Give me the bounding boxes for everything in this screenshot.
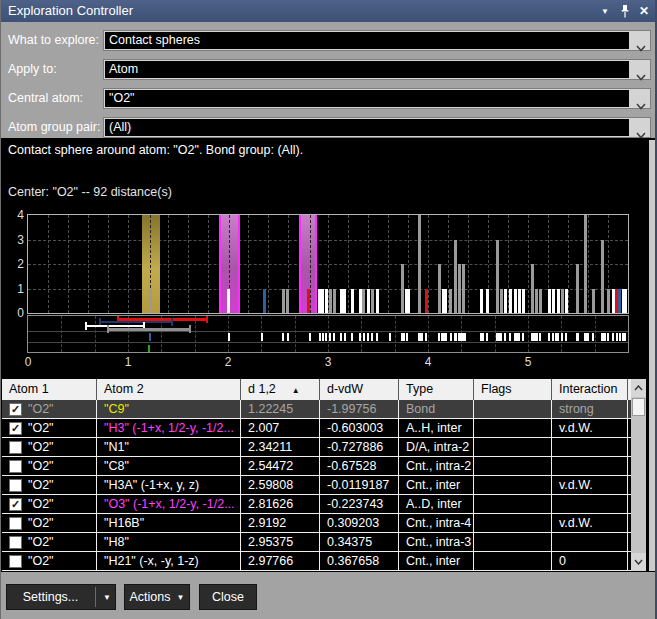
checkbox-unchecked[interactable] [9, 460, 22, 473]
settings-button-divider [95, 587, 96, 607]
histogram-bar [557, 289, 560, 314]
checkbox-unchecked[interactable] [9, 479, 22, 492]
settings-button[interactable]: Settings... ▼ [6, 584, 116, 610]
chevron-down-icon[interactable] [636, 38, 646, 56]
cell-type: Cnt., intra-2 [399, 457, 474, 475]
vgridline [568, 215, 569, 313]
titlebar-menu-chevron-down-icon[interactable]: ▼ [597, 0, 613, 22]
settings-dropdown-chevron-down-icon[interactable]: ▼ [99, 585, 115, 609]
combo-value: "O2" [105, 90, 629, 107]
vgridline [48, 215, 49, 313]
cell-type: Cnt., inter [399, 552, 474, 570]
cell-d12: 2.59808 [241, 476, 320, 494]
column-header-interaction[interactable]: Interaction [552, 379, 628, 400]
checkbox-unchecked[interactable] [9, 536, 22, 549]
bond-rug-tick [149, 333, 151, 341]
cell-atom2: "H3" (-1+x, 1/2-y, -1/2... [97, 419, 241, 437]
distance-rug-tick [287, 333, 289, 341]
distance-rug-tick [351, 333, 353, 341]
distance-range-strip[interactable] [27, 315, 629, 353]
titlebar[interactable]: Exploration Controller ▼ ✕ [0, 0, 657, 22]
chevron-down-icon[interactable] [636, 96, 646, 114]
table-row[interactable]: ✓"O2""H3" (-1+x, 1/2-y, -1/2...2.007-0.6… [2, 419, 631, 438]
column-header-d-1-2[interactable]: d 1,2▲ [241, 379, 320, 400]
actions-button[interactable]: Actions ▼ [124, 584, 190, 610]
titlebar-pin-icon[interactable] [617, 0, 633, 22]
checkbox-unchecked[interactable] [9, 555, 22, 568]
form-label-1: Apply to: [8, 59, 57, 80]
cell-interaction [552, 457, 628, 475]
distance-rug-tick [482, 333, 484, 341]
vgridline [208, 215, 209, 313]
window-left-edge [0, 0, 1, 619]
column-header-flags[interactable]: Flags [474, 379, 552, 400]
table-scrollbar-thumb[interactable] [632, 398, 645, 416]
checkbox-checked[interactable]: ✓ [9, 403, 22, 416]
combo-atom-group-pair-[interactable]: (All) [103, 117, 651, 138]
column-header-type[interactable]: Type [399, 379, 474, 400]
histogram-bar [509, 289, 512, 314]
column-header-atom-1[interactable]: Atom 1 [2, 379, 97, 400]
histogram-bar [333, 289, 336, 314]
table-row[interactable]: ✓"O2""C9"1.22245-1.99756Bondstrong [2, 400, 631, 419]
cell-interaction: 0 [552, 552, 628, 570]
form-label-3: Atom group pair: [8, 117, 100, 138]
settings-button-label[interactable]: Settings... [7, 585, 94, 609]
table-row[interactable]: ✓"O2""O3" (-1+x, 1/2-y, -1/2...2.81626-0… [2, 495, 631, 514]
checkbox-checked[interactable]: ✓ [9, 498, 22, 511]
column-header-d-vdw[interactable]: d-vdW [320, 379, 399, 400]
distance-rug-tick [552, 333, 554, 341]
close-button[interactable]: Close [199, 584, 257, 610]
checkbox-checked[interactable]: ✓ [9, 422, 22, 435]
column-header-atom-2[interactable]: Atom 2 [97, 379, 241, 400]
histogram-bar [405, 289, 410, 314]
histogram-bar [462, 264, 465, 313]
combo-central-atom-[interactable]: "O2" [103, 88, 651, 109]
contacts-table-header: Atom 1Atom 2d 1,2▲d-vdWTypeFlagsInteract… [2, 379, 631, 400]
histogram-bar [539, 289, 542, 314]
cell-interaction: v.d.W. [552, 419, 628, 437]
cell-atom2: "C8" [97, 457, 241, 475]
table-row[interactable]: "O2""H3A" (-1+x, y, z)2.59808-0.0119187C… [2, 476, 631, 495]
histogram-bar [486, 289, 489, 314]
cell-atom2: "H8" [97, 533, 241, 551]
scroll-down-icon[interactable] [631, 553, 646, 571]
table-row[interactable]: "O2""H21" (-x, -y, 1-z)2.977660.367658Cn… [2, 552, 631, 571]
distance-rug-tick [333, 333, 335, 341]
cell-d-vdw: -0.67528 [320, 457, 399, 475]
form-label-0: What to explore: [8, 30, 99, 51]
cell-d-vdw: -0.0119187 [320, 476, 399, 494]
distance-rug-tick [282, 333, 284, 341]
table-scrollbar[interactable] [631, 379, 646, 571]
combo-apply-to-[interactable]: Atom [103, 59, 651, 80]
actions-button-label: Actions [130, 590, 171, 604]
cell-atom2: "H21" (-x, -y, 1-z) [97, 552, 241, 570]
cell-d12: 2.81626 [241, 495, 320, 513]
table-row[interactable]: "O2""H8"2.953750.34375Cnt., intra-3 [2, 533, 631, 552]
sort-ascending-icon: ▲ [292, 386, 300, 395]
distance-rug-tick [522, 333, 524, 341]
combo-what-to-explore-[interactable]: Contact spheres [103, 30, 651, 51]
cell-atom2: "H16B" [97, 514, 241, 532]
cell-type: Cnt., inter [399, 476, 474, 494]
table-row[interactable]: "O2""C8"2.54472-0.67528Cnt., intra-2 [2, 457, 631, 476]
vgridline [468, 215, 469, 313]
contacts-table: Atom 1Atom 2d 1,2▲d-vdWTypeFlagsInteract… [2, 379, 631, 571]
cell-d12: 2.97766 [241, 552, 320, 570]
checkbox-unchecked[interactable] [9, 441, 22, 454]
vgridline [528, 215, 529, 313]
cell-d-vdw: -0.727886 [320, 438, 399, 456]
distance-histogram-plot[interactable] [27, 214, 629, 314]
chevron-down-icon[interactable] [636, 67, 646, 85]
cell-flags [474, 457, 552, 475]
table-row[interactable]: "O2""N1"2.34211-0.727886D/A, intra-2 [2, 438, 631, 457]
center-distance-count-label: Center: "O2" -- 92 distance(s) [8, 185, 172, 199]
cell-atom1: "O2" [2, 514, 97, 532]
scroll-up-icon[interactable] [631, 379, 646, 397]
checkbox-unchecked[interactable] [9, 517, 22, 530]
table-row[interactable]: "O2""H16B"2.91920.309203Cnt., intra-4v.d… [2, 514, 631, 533]
histogram-bar [325, 289, 328, 314]
titlebar-close-icon[interactable]: ✕ [636, 0, 652, 22]
error-bar-cap [85, 322, 87, 330]
x-tick-label: 3 [317, 355, 339, 369]
